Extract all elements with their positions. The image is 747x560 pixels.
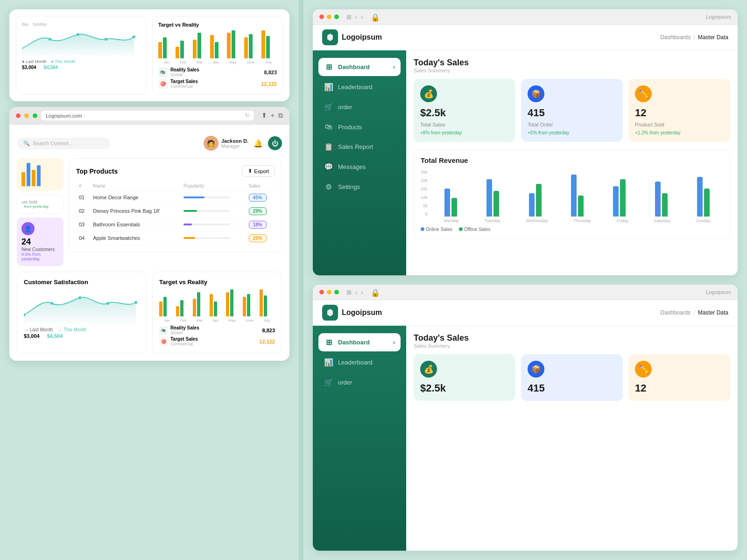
product-sold-card-right: ✏️ 12 Product Sold +1.2% from yesterday (628, 79, 730, 142)
rev-x-labels-top: MondayTuesdayWednesdayThursdayFridaySatu… (431, 218, 723, 223)
win-forward-icon-b[interactable]: › (361, 289, 363, 296)
sidebar-item-messages-top[interactable]: 💬 Messages (318, 158, 401, 176)
sidebar-item-settings-top[interactable]: ⚙ Settings (318, 178, 401, 196)
right-panel: ⊞ ‹ › 🔒 Logoipsum Logoipsum Dashboards (303, 0, 747, 560)
sales-title-top: Today's Sales (414, 58, 730, 68)
win-chrome-bottom: ⊞ ‹ › 🔒 Logoipsum (313, 285, 738, 300)
mini-bar-chart (17, 158, 63, 191)
win-min-top[interactable] (327, 14, 331, 19)
expand-dot[interactable] (33, 113, 37, 118)
revenue-chart-top (431, 170, 723, 217)
sidebar-item-dashboard-top[interactable]: ⊞ Dashboard › (318, 58, 401, 76)
sales-subtitle-top: Sales Summery (414, 68, 730, 73)
products-table: # Name Popularity Sales 01 Home Decor Ra… (76, 182, 275, 245)
revenue-title-top: Total Revenue (421, 156, 723, 164)
close-dot[interactable] (16, 113, 21, 118)
line-chart-svg-top (22, 28, 141, 56)
copy-icon[interactable]: ⧉ (278, 112, 283, 119)
win-close-top[interactable] (319, 14, 324, 19)
sidebar-item-leaderboard-top[interactable]: 📊 Leaderboard (318, 78, 401, 96)
sidebar-bottom: ⊞ Dashboard › 📊 Leaderboard 🛒 order (313, 326, 406, 551)
top-products-card: Top Products ⬆ Export # Name (69, 158, 282, 252)
left-panel: daySunday (0, 0, 299, 560)
browser-chrome: Logoipsum.com ↻ ⬆ + ⧉ (9, 107, 289, 125)
left-stats-col: uct Sold , from yesterday 👤 24 New Custo… (17, 158, 63, 266)
minimize-dot[interactable] (24, 113, 29, 118)
cs-chart (24, 289, 140, 324)
browser-content: 🔍 Search Content... 🧑 Jackson D. Manager… (9, 125, 289, 361)
chevron-right-icon: › (393, 64, 395, 70)
notification-icon[interactable]: 🔔 (251, 136, 265, 150)
stats-row-top: 💰 $2.5k Total Sales +8% from yesterday 📦… (414, 79, 730, 142)
win-max-bottom[interactable] (334, 290, 339, 294)
win-back-icon[interactable]: ‹ (355, 14, 357, 21)
leaderboard-icon-b: 📊 (324, 358, 333, 367)
win-min-bottom[interactable] (327, 290, 331, 294)
win-body-bottom: ⊞ Dashboard › 📊 Leaderboard 🛒 order Toda… (313, 326, 738, 551)
win-panel-icon: ⊞ (346, 14, 352, 21)
sidebar-item-leaderboard-bottom[interactable]: 📊 Leaderboard (318, 353, 401, 371)
total-order-icon: 📦 (528, 85, 544, 102)
sidebar-top: ⊞ Dashboard › 📊 Leaderboard 🛒 order 🛍 Pr… (313, 50, 406, 275)
add-tab-icon[interactable]: + (271, 112, 275, 119)
revenue-section-top: Total Revenue 25k20k15k10k5k0 MondayTues… (414, 149, 730, 239)
rev-legend-top: Online Sales Offline Sales (421, 227, 723, 232)
total-order-icon-b: 📦 (528, 361, 544, 378)
win-lock-icon: 🔒 (371, 13, 378, 21)
svg-point-7 (106, 302, 109, 305)
reload-icon: ↻ (245, 112, 249, 119)
breadcrumb-top: Dashboards / Master Data (661, 34, 728, 41)
reality-sales-row: 🛍 Reality Sales Global 8,823 (158, 67, 277, 77)
win-back-icon-b[interactable]: ‹ (355, 289, 357, 296)
url-bar[interactable]: Logoipsum.com ↻ (41, 111, 254, 120)
dashboard-window-top: ⊞ ‹ › 🔒 Logoipsum Logoipsum Dashboards (313, 9, 738, 275)
share-icon[interactable]: ⬆ (261, 112, 267, 119)
win-chrome-top: ⊞ ‹ › 🔒 Logoipsum (313, 9, 738, 25)
total-sales-card: 💰 $2.5k Total Sales +8% from yesterday (414, 79, 515, 142)
bottom-charts-row: Customer Satisfaction (17, 272, 282, 353)
y-axis-top: 25k20k15k10k5k0 (421, 170, 428, 217)
main-area-top: Today's Sales Sales Summery 💰 $2.5k Tota… (406, 50, 738, 275)
total-sales-icon: 💰 (420, 85, 437, 102)
logo-icon-bottom (322, 305, 338, 321)
sidebar-item-order-top[interactable]: 🛒 order (318, 98, 401, 116)
customer-satisfaction-card: Customer Satisfaction (17, 272, 147, 353)
svg-point-1 (77, 33, 79, 36)
win-lock-icon-b: 🔒 (371, 288, 378, 296)
sales-subtitle-bottom: Sales Summery (414, 343, 730, 349)
main-browser-card: Logoipsum.com ↻ ⬆ + ⧉ 🔍 Search Content..… (9, 107, 289, 361)
table-row: 03 Bathroom Essentials 18% (76, 218, 275, 231)
search-bar[interactable]: 🔍 Search Content... (17, 138, 110, 149)
export-button[interactable]: ⬆ Export (242, 165, 275, 177)
logo-bottom: Logoipsum (322, 305, 382, 321)
win-forward-icon[interactable]: › (361, 14, 363, 21)
sidebar-item-salesreport-top[interactable]: 📋 Sales Report (318, 138, 401, 156)
svg-point-8 (134, 301, 137, 304)
win-close-bottom[interactable] (319, 290, 324, 294)
sidebar-item-dashboard-bottom[interactable]: ⊞ Dashboard › (318, 333, 401, 351)
dashboard-icon-b: ⊞ (324, 338, 333, 347)
dashboard-icon: ⊞ (324, 63, 333, 71)
power-icon[interactable]: ⏻ (268, 136, 282, 150)
products-icon: 🛍 (324, 123, 333, 131)
col-num: # (76, 182, 90, 191)
export-icon: ⬆ (248, 168, 252, 174)
svg-point-5 (50, 302, 53, 305)
user-info: 🧑 Jackson D. Manager 🔔 ⏻ (204, 136, 282, 151)
product-sold-icon-b: ✏️ (635, 361, 652, 378)
sidebar-item-order-bottom[interactable]: 🛒 order (318, 373, 401, 392)
total-sales-card-b: 💰 $2.5k (414, 354, 515, 401)
total-sales-icon-b: 💰 (420, 361, 437, 378)
tvr-bar-chart (159, 288, 275, 316)
tvr-bar-chart-top (158, 30, 277, 58)
product-sold-card: uct Sold , from yesterday (17, 195, 63, 214)
main-area-bottom: Today's Sales Sales Summery 💰 $2.5k 📦 41… (406, 326, 738, 551)
col-sales: Sales (246, 182, 275, 191)
sidebar-item-products-top[interactable]: 🛍 Products (318, 118, 401, 136)
win-max-top[interactable] (334, 14, 339, 19)
avatar: 🧑 (204, 136, 218, 151)
app-header-top: Logoipsum Dashboards / Master Data (313, 25, 738, 50)
top-products-section: Top Products ⬆ Export # Name (69, 158, 282, 266)
logo-top: Logoipsum (322, 29, 382, 45)
cs-chart-top: daySunday (16, 16, 147, 95)
